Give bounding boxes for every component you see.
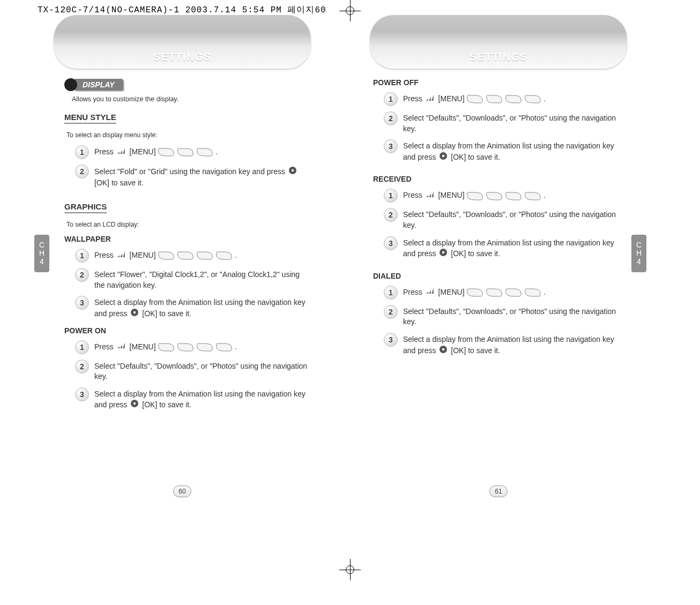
ok-icon (130, 399, 139, 411)
step-text: Select "Defaults", "Downloads", or "Phot… (403, 208, 616, 230)
step-text: Press [MENU] . (403, 189, 616, 201)
page-banner: SETTINGS (370, 15, 627, 69)
keycap-icon (197, 147, 213, 157)
wallpaper-step: 2 Select "Flower", "Digital Clock1,2", o… (75, 268, 308, 290)
dialed-step: 3 Select a display from the Animation li… (384, 333, 616, 356)
signal-icon (426, 94, 435, 105)
keycap-icon (177, 342, 193, 352)
keycap-icon (216, 342, 232, 352)
step-text: Select "Fold" or "Grid" using the naviga… (94, 165, 308, 188)
ok-label: [OK] to save it. (451, 152, 500, 161)
step-number-badge: 3 (384, 139, 398, 153)
step-sentence: Select a display from the Animation list… (403, 141, 614, 161)
signal-icon (426, 191, 435, 201)
ok-icon (130, 308, 139, 320)
ok-icon (439, 345, 448, 357)
step-number-badge: 1 (75, 249, 89, 263)
heading-power-off: POWER OFF (373, 78, 616, 87)
heading-dialed: DIALED (373, 272, 616, 280)
step-sentence: Select a display from the Animation list… (94, 298, 306, 317)
step-number-badge: 2 (384, 305, 398, 319)
power-off-step: 1 Press [MENU] . (384, 92, 616, 106)
page-number: 60 (173, 486, 191, 497)
step-suffix: . (543, 288, 546, 296)
step-suffix: . (235, 342, 237, 351)
received-step: 3 Select a display from the Animation li… (384, 236, 616, 260)
power-on-step: 3 Select a display from the Animation li… (75, 387, 308, 411)
keycap-icon (525, 94, 541, 104)
keycap-icon (158, 251, 174, 260)
signal-icon (426, 287, 435, 298)
keycap-icon (525, 191, 541, 201)
heading-received: RECEIVED (373, 175, 616, 183)
chapter-tab-label: 4 (40, 258, 44, 266)
ok-label: [OK] to save it. (142, 400, 191, 409)
step-word: Press (403, 191, 422, 199)
step-number-badge: 3 (75, 387, 89, 401)
step-number-badge: 3 (75, 296, 89, 310)
page-left: C H 4 SETTINGS DISPLAY Allows you to cus… (38, 10, 327, 588)
chapter-tab-left: C H 4 (34, 235, 49, 272)
keycap-icon (505, 288, 522, 297)
graphics-note: To select an LCD display: (66, 221, 308, 228)
keycap-icon (486, 288, 502, 297)
ok-label: [OK] to save it. (94, 178, 144, 187)
step-number-badge: 2 (75, 268, 89, 282)
power-on-step: 1 Press [MENU] . (75, 340, 308, 354)
step-number-badge: 1 (75, 340, 89, 354)
step-text: Press [MENU] . (403, 286, 616, 298)
step-sentence: Select "Fold" or "Grid" using the naviga… (94, 167, 285, 176)
heading-wallpaper: WALLPAPER (64, 235, 308, 243)
step-number-badge: 1 (384, 92, 398, 106)
section-chip-display: DISPLAY (74, 79, 123, 91)
keycap-icon (505, 94, 522, 104)
ok-icon (439, 152, 448, 163)
step-sentence: Select a display from the Animation list… (94, 390, 306, 409)
signal-icon (117, 251, 126, 262)
menu-label: [MENU] (130, 251, 156, 259)
step-sentence: Select a display from the Animation list… (403, 335, 614, 354)
step-word: Press (94, 342, 114, 351)
ok-label: [OK] to save it. (142, 309, 191, 317)
menu-style-step: 2 Select "Fold" or "Grid" using the navi… (75, 165, 308, 188)
step-text: Select "Defaults", "Downloads", or "Phot… (403, 305, 616, 327)
dialed-step: 1 Press [MENU] . (384, 286, 616, 300)
step-number-badge: 2 (384, 111, 398, 125)
step-text: Press [MENU] . (94, 249, 308, 261)
step-text: Select a display from the Animation list… (403, 333, 616, 356)
keycap-icon (467, 288, 483, 297)
step-word: Press (403, 288, 422, 296)
step-number-badge: 3 (384, 236, 398, 250)
keycap-icon (467, 191, 483, 201)
step-text: Select a display from the Animation list… (94, 296, 308, 319)
step-word: Press (94, 251, 114, 259)
step-number-badge: 2 (384, 208, 398, 222)
step-number-badge: 1 (384, 286, 398, 300)
step-number-badge: 3 (384, 333, 398, 347)
step-number-badge: 1 (384, 189, 398, 203)
menu-label: [MENU] (438, 191, 465, 199)
power-off-step: 2 Select "Defaults", "Downloads", or "Ph… (384, 111, 616, 134)
heading-graphics: GRAPHICS (64, 202, 107, 213)
display-lead-text: Allows you to customize the display. (72, 95, 308, 103)
chapter-tab-label: H (636, 249, 642, 257)
step-suffix: . (543, 94, 546, 103)
menu-style-note: To select an display menu style: (66, 131, 308, 139)
page-banner: SETTINGS (54, 15, 311, 69)
keycap-icon (525, 288, 541, 297)
page-right: C H 4 SETTINGS POWER OFF 1 Press [MENU] (354, 10, 643, 588)
heading-power-on: POWER ON (64, 326, 308, 335)
chapter-tab-right: C H 4 (631, 235, 646, 272)
menu-style-step: 1 Press [MENU] . (75, 145, 308, 159)
keycap-icon (177, 251, 193, 260)
step-text: Press [MENU] . (403, 92, 616, 104)
step-text: Select "Defaults", "Downloads", or "Phot… (403, 111, 616, 134)
step-text: Select a display from the Animation list… (403, 139, 616, 163)
ok-label: [OK] to save it. (451, 346, 500, 354)
chapter-tab-label: C (39, 241, 44, 249)
page-title: SETTINGS (470, 51, 527, 63)
step-suffix: . (543, 191, 546, 199)
step-text: Select a display from the Animation list… (94, 387, 308, 411)
keycap-icon (486, 94, 502, 104)
received-step: 1 Press [MENU] . (384, 189, 616, 203)
